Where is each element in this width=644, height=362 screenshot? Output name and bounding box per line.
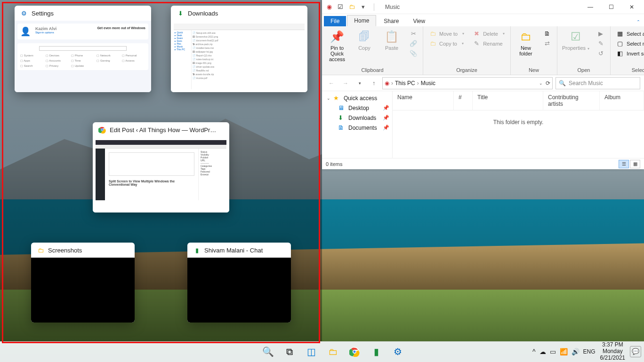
search-box[interactable]: 🔍 Search Music bbox=[555, 77, 640, 89]
nav-up-button[interactable]: ↑ bbox=[368, 78, 379, 89]
tab-home[interactable]: Home bbox=[347, 15, 376, 26]
taskview-button[interactable]: ⧉ bbox=[280, 342, 299, 361]
col-num[interactable]: # bbox=[454, 91, 473, 110]
moveto-button[interactable]: 🗀Move to bbox=[426, 29, 467, 38]
search-icon: 🔍 bbox=[559, 80, 566, 87]
properties-button[interactable]: ☑Properties bbox=[560, 28, 591, 52]
tray-overflow-icon[interactable]: ^ bbox=[532, 348, 536, 355]
pin-icon: 📌 bbox=[383, 105, 389, 111]
rename-button[interactable]: ✎Rename bbox=[470, 39, 507, 48]
svg-point-5 bbox=[353, 350, 355, 353]
copypath-button[interactable]: 🔗 bbox=[407, 39, 420, 48]
group-open-label: Open bbox=[560, 66, 607, 74]
wifi-icon[interactable]: 📶 bbox=[560, 348, 568, 355]
tree-documents[interactable]: 🗎Documents📌 bbox=[322, 123, 392, 133]
settings-user: Kazim Alvi bbox=[35, 26, 56, 31]
col-title[interactable]: Title bbox=[473, 91, 543, 110]
chat-taskbar-icon[interactable]: ▮ bbox=[367, 342, 386, 361]
easyaccess-button[interactable]: ⇄ bbox=[541, 39, 554, 48]
tree-downloads[interactable]: ⬇Downloads📌 bbox=[322, 113, 392, 123]
invertselection-button[interactable]: ◧Invert selection bbox=[613, 49, 644, 58]
view-thumbnails-button[interactable]: ▦ bbox=[630, 160, 640, 168]
qat-newfolder-icon[interactable]: 🗀 bbox=[346, 2, 357, 12]
view-details-button[interactable]: ☰ bbox=[619, 160, 629, 168]
thumb-downloads[interactable]: ⬇ Downloads ▸ Quick▸ Desk▸ Down▸ Docs▸ P… bbox=[171, 6, 307, 92]
thumb-settings[interactable]: ⚙ Settings 👤 Kazim AlviSign-in options G… bbox=[15, 6, 151, 92]
tree-quickaccess[interactable]: ⌄★Quick access bbox=[322, 93, 392, 103]
folder-icon: 🗀 bbox=[37, 246, 44, 254]
thumb-screenshots[interactable]: 🗀 Screenshots bbox=[31, 243, 135, 323]
chrome-article-title: Split Screen to View Multiple Windows th… bbox=[109, 180, 194, 186]
snap-assist-overlay: ⚙ Settings 👤 Kazim AlviSign-in options G… bbox=[0, 0, 322, 341]
explorer-window: ◉ ☑ 🗀 ▾ │ Music ― ☐ ✕ File Home Share Vi… bbox=[322, 0, 644, 169]
minimize-button[interactable]: ― bbox=[580, 0, 601, 14]
thumb-title: Shivam Malani - Chat bbox=[204, 247, 263, 254]
navbar: ← → ▾ ↑ ◉› This PC› Music ⌄⟳ 🔍 Search Mu… bbox=[322, 75, 644, 91]
thumb-chrome[interactable]: Edit Post ‹ All Things How — WordPr… Spl… bbox=[93, 122, 229, 212]
download-icon: ⬇ bbox=[177, 9, 184, 17]
explorer-taskbar-icon[interactable]: 🗀 bbox=[323, 342, 342, 361]
taskbar: 🔍 ⧉ ◫ 🗀 ▮ ⚙ ^ ☁ ▭ 📶 🔊 ENG 3:37 PM Monday… bbox=[0, 341, 644, 362]
tab-view[interactable]: View bbox=[406, 16, 432, 26]
nav-forward-button[interactable]: → bbox=[340, 78, 351, 89]
maximize-button[interactable]: ☐ bbox=[601, 0, 621, 14]
copy-button[interactable]: 🗐Copy bbox=[352, 28, 377, 52]
selectnone-button[interactable]: ▢Select none bbox=[613, 39, 644, 48]
chrome-icon bbox=[98, 126, 106, 134]
onedrive-icon[interactable]: ☁ bbox=[539, 348, 546, 355]
addr-dropdown-icon[interactable]: ⌄ bbox=[539, 81, 543, 86]
selectall-button[interactable]: ▦Select all bbox=[613, 29, 644, 38]
pin-icon: 📌 bbox=[383, 125, 389, 131]
group-new-label: New bbox=[514, 66, 554, 74]
chat-icon: ▮ bbox=[193, 246, 201, 254]
status-text: 0 items bbox=[326, 161, 342, 167]
clock[interactable]: 3:37 PM Monday 6/21/2021 bbox=[600, 342, 625, 361]
open-button[interactable]: ▶ bbox=[594, 29, 607, 38]
clock-time: 3:37 PM bbox=[600, 342, 625, 348]
close-button[interactable]: ✕ bbox=[621, 0, 642, 14]
newitem-button[interactable]: 🗎 bbox=[541, 29, 554, 38]
col-album[interactable]: Album bbox=[600, 91, 644, 110]
pin-quickaccess-button[interactable]: 📌Pin to Quick access bbox=[325, 28, 349, 63]
chrome-taskbar-icon[interactable] bbox=[345, 342, 364, 361]
start-button[interactable] bbox=[237, 342, 256, 361]
tab-share[interactable]: Share bbox=[377, 16, 405, 26]
language-indicator[interactable]: ENG bbox=[583, 348, 596, 355]
delete-button[interactable]: ✖Delete bbox=[470, 29, 507, 38]
history-button[interactable]: ↺ bbox=[594, 49, 607, 58]
ribbon-collapse-icon[interactable]: ˆ bbox=[633, 20, 644, 26]
newfolder-button[interactable]: 🗀New folder bbox=[514, 28, 538, 57]
search-placeholder: Search Music bbox=[569, 80, 603, 87]
group-clipboard-label: Clipboard bbox=[325, 66, 420, 74]
cut-button[interactable]: ✂ bbox=[407, 29, 420, 38]
paste-button[interactable]: 📋Paste bbox=[379, 28, 404, 52]
nav-recent-button[interactable]: ▾ bbox=[354, 78, 365, 89]
tree-desktop[interactable]: 🖥Desktop📌 bbox=[322, 103, 392, 113]
qat-properties-icon[interactable]: ☑ bbox=[335, 2, 346, 12]
notifications-button[interactable]: 💬 bbox=[630, 346, 641, 357]
volume-icon[interactable]: 🔊 bbox=[572, 348, 580, 355]
col-name[interactable]: Name bbox=[393, 91, 454, 110]
col-artists[interactable]: Contributing artists bbox=[543, 91, 600, 110]
pin-icon: 📌 bbox=[383, 115, 389, 121]
crumb-music[interactable]: Music bbox=[421, 80, 435, 87]
widgets-button[interactable]: ◫ bbox=[302, 342, 321, 361]
refresh-button[interactable]: ⟳ bbox=[546, 80, 550, 87]
thumb-chat[interactable]: ▮ Shivam Malani - Chat bbox=[187, 243, 291, 323]
group-organize-label: Organize bbox=[426, 66, 507, 74]
search-button[interactable]: 🔍 bbox=[258, 342, 277, 361]
qat-customize-icon[interactable]: ▾ bbox=[358, 2, 368, 12]
edit-button[interactable]: ✎ bbox=[594, 39, 607, 48]
system-tray: ^ ☁ ▭ 📶 🔊 ENG 3:37 PM Monday 6/21/2021 💬 bbox=[532, 342, 641, 361]
tab-file[interactable]: File bbox=[324, 16, 346, 26]
address-bar[interactable]: ◉› This PC› Music ⌄⟳ bbox=[382, 77, 553, 89]
copyto-button[interactable]: 🗀Copy to bbox=[426, 39, 467, 48]
nav-back-button[interactable]: ← bbox=[326, 78, 337, 89]
column-headers[interactable]: Name # Title Contributing artists Album bbox=[393, 91, 644, 110]
battery-icon[interactable]: ▭ bbox=[550, 348, 556, 355]
crumb-thispc[interactable]: This PC bbox=[395, 80, 415, 87]
pasteshortcut-button[interactable]: 📎 bbox=[407, 49, 420, 58]
titlebar: ◉ ☑ 🗀 ▾ │ Music ― ☐ ✕ bbox=[322, 0, 644, 14]
thumb-title: Screenshots bbox=[48, 247, 82, 254]
settings-taskbar-icon[interactable]: ⚙ bbox=[388, 342, 407, 361]
